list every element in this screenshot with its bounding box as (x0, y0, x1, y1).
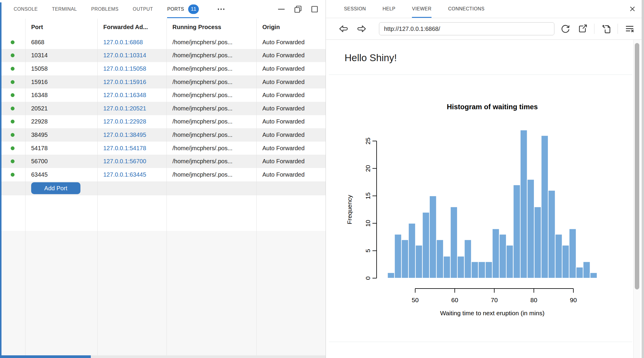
column-header-port[interactable]: Port (25, 24, 97, 31)
histogram-bar (576, 267, 583, 278)
svg-text:70: 70 (491, 297, 498, 303)
column-header-running-process[interactable]: Running Process (166, 24, 256, 31)
forwarded-address-link[interactable]: 127.0.0.1:56700 (103, 158, 146, 164)
url-input[interactable] (379, 22, 554, 35)
histogram-bar (478, 262, 486, 278)
port-row[interactable]: 22928 127.0.0.1:22928 /home/jmcphers/.po… (0, 115, 326, 129)
histogram-bar (402, 240, 409, 278)
maximize-icon[interactable] (310, 5, 319, 14)
histogram-bar (541, 136, 548, 278)
svg-text:5: 5 (364, 249, 371, 253)
histogram-bar (492, 229, 499, 278)
back-icon[interactable] (338, 23, 350, 35)
export-icon[interactable] (600, 23, 612, 34)
ports-table-body: 6868 127.0.0.1:6868 /home/jmcphers/.pos.… (0, 36, 326, 181)
port-origin: Auto Forwarded (256, 132, 326, 138)
running-process: /home/jmcphers/.pos... (166, 158, 256, 165)
port-origin: Auto Forwarded (256, 92, 326, 99)
clear-viewer-icon[interactable] (624, 23, 635, 34)
svg-text:25: 25 (364, 137, 371, 144)
content-bottom-divider (329, 342, 632, 342)
horizontal-scrollbar-thumb[interactable] (0, 355, 91, 358)
forwarded-address-link[interactable]: 127.0.0.1:10314 (103, 52, 146, 58)
ports-table: Port Forwarded Ad... Running Process Ori… (0, 19, 326, 355)
vertical-scrollbar-thumb[interactable] (635, 43, 639, 289)
forwarded-address-link[interactable]: 127.0.0.1:63445 (103, 171, 146, 178)
port-row[interactable]: 63445 127.0.0.1:63445 /home/jmcphers/.po… (0, 168, 326, 181)
viewer-tool-icons (560, 23, 635, 34)
forwarded-address-link[interactable]: 127.0.0.1:20521 (103, 105, 146, 112)
port-origin: Auto Forwarded (256, 171, 326, 178)
tab-session[interactable]: SESSION (344, 0, 366, 18)
tab-help[interactable]: HELP (383, 0, 395, 18)
histogram-bar (590, 273, 597, 278)
window-controls (277, 0, 326, 18)
tab-console[interactable]: CONSOLE (14, 0, 38, 18)
column-header-origin[interactable]: Origin (256, 24, 326, 31)
tab-ports[interactable]: PORTS 11 (167, 0, 199, 18)
add-port-button[interactable]: Add Port (31, 182, 80, 194)
port-origin: Auto Forwarded (256, 79, 326, 85)
panel-viewer: SESSION HELP VIEWER CONNECTIONS (326, 0, 644, 358)
port-number: 10314 (25, 52, 97, 59)
port-status-icon (11, 146, 15, 150)
svg-text:15: 15 (364, 192, 371, 199)
tab-problems[interactable]: PROBLEMS (91, 0, 118, 18)
minimize-icon[interactable] (277, 5, 286, 14)
add-port-row: Add Port (0, 181, 326, 195)
forwarded-address-link[interactable]: 127.0.0.1:54178 (103, 145, 146, 151)
port-row[interactable]: 15916 127.0.0.1:15916 /home/jmcphers/.po… (0, 75, 326, 89)
running-process: /home/jmcphers/.pos... (166, 52, 256, 59)
running-process: /home/jmcphers/.pos... (166, 132, 256, 138)
histogram-bar (548, 190, 555, 278)
port-origin: Auto Forwarded (256, 52, 326, 59)
tab-terminal[interactable]: TERMINAL (52, 0, 77, 18)
histogram-bar (534, 207, 541, 278)
port-row[interactable]: 20521 127.0.0.1:20521 /home/jmcphers/.po… (0, 102, 326, 115)
histogram-bar (583, 262, 590, 278)
running-process: /home/jmcphers/.pos... (166, 118, 256, 125)
toolbar-separator (594, 24, 594, 34)
forwarded-address-link[interactable]: 127.0.0.1:15916 (103, 79, 146, 85)
forwarded-address-link[interactable]: 127.0.0.1:22928 (103, 118, 146, 125)
port-row[interactable]: 15058 127.0.0.1:15058 /home/jmcphers/.po… (0, 62, 326, 75)
tab-output[interactable]: OUTPUT (133, 0, 153, 18)
forwarded-address-link[interactable]: 127.0.0.1:6868 (103, 39, 143, 45)
port-row[interactable]: 54178 127.0.0.1:54178 /home/jmcphers/.po… (0, 142, 326, 155)
histogram-bar (388, 273, 395, 278)
port-number: 56700 (25, 158, 97, 165)
histogram-bar (422, 212, 429, 278)
port-origin: Auto Forwarded (256, 39, 326, 46)
port-row[interactable]: 6868 127.0.0.1:6868 /home/jmcphers/.pos.… (0, 36, 326, 49)
forwarded-address-link[interactable]: 127.0.0.1:15058 (103, 65, 146, 72)
port-row[interactable]: 56700 127.0.0.1:56700 /home/jmcphers/.po… (0, 155, 326, 168)
histogram-bar (429, 196, 437, 278)
forward-icon[interactable] (355, 23, 367, 35)
histogram-bar (499, 234, 506, 278)
running-process: /home/jmcphers/.pos... (166, 92, 256, 99)
port-number: 38495 (25, 132, 97, 138)
open-external-icon[interactable] (577, 23, 588, 34)
more-actions-icon[interactable] (216, 0, 226, 18)
table-empty-area (0, 231, 326, 355)
chart-ylabel: Frequency (346, 195, 353, 224)
svg-text:90: 90 (570, 297, 577, 303)
histogram-bar (437, 240, 444, 278)
refresh-icon[interactable] (560, 23, 571, 34)
port-origin: Auto Forwarded (256, 118, 326, 125)
forwarded-address-link[interactable]: 127.0.0.1:16348 (103, 92, 146, 98)
column-header-forwarded-address[interactable]: Forwarded Ad... (97, 24, 166, 31)
svg-text:10: 10 (364, 220, 371, 227)
forwarded-address-link[interactable]: 127.0.0.1:38495 (103, 132, 146, 138)
svg-text:0: 0 (364, 276, 371, 280)
restore-icon[interactable] (294, 5, 302, 14)
svg-text:20: 20 (364, 165, 371, 172)
port-row[interactable]: 16348 127.0.0.1:16348 /home/jmcphers/.po… (0, 88, 326, 102)
histogram-chart: 05101520255060708090Histogram of waiting… (326, 40, 633, 349)
port-row[interactable]: 38495 127.0.0.1:38495 /home/jmcphers/.po… (0, 128, 326, 142)
tab-connections[interactable]: CONNECTIONS (448, 0, 485, 18)
panel-ports: CONSOLE TERMINAL PROBLEMS OUTPUT PORTS 1… (0, 0, 326, 358)
tab-viewer[interactable]: VIEWER (412, 0, 432, 18)
port-row[interactable]: 10314 127.0.0.1:10314 /home/jmcphers/.po… (0, 49, 326, 62)
port-number: 15916 (25, 79, 97, 85)
